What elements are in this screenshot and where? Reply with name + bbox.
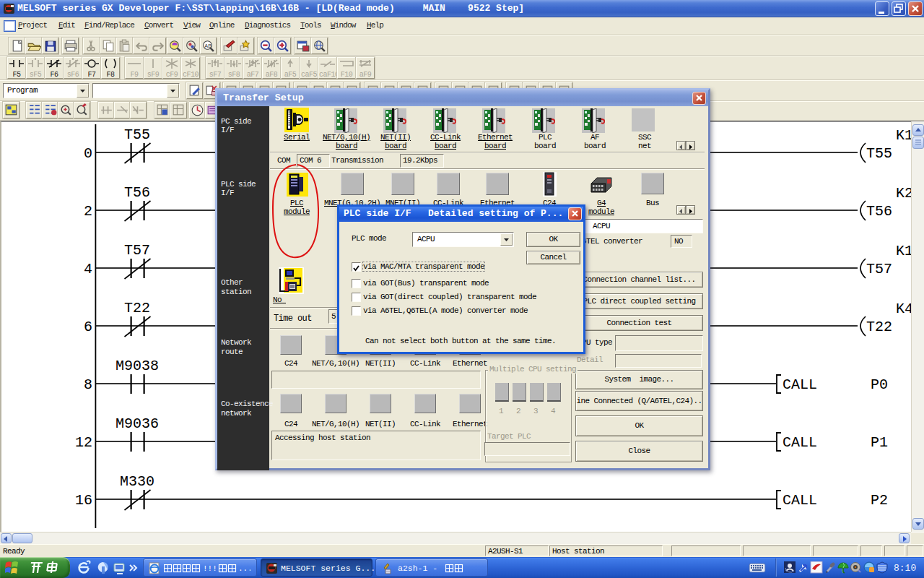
svg-text:P2: P2 [871, 492, 888, 509]
svg-text:T55: T55 [124, 126, 150, 143]
svg-text:2: 2 [84, 203, 92, 220]
svg-text:P1: P1 [871, 434, 888, 451]
svg-text:CALL: CALL [783, 492, 817, 509]
svg-text:T56: T56 [124, 184, 150, 201]
svg-text:4: 4 [84, 261, 92, 277]
svg-text:T57: T57 [866, 261, 892, 277]
svg-text:M9036: M9036 [116, 415, 159, 432]
svg-text:12: 12 [75, 434, 92, 451]
svg-text:M330: M330 [120, 473, 154, 490]
svg-text:CALL: CALL [783, 376, 817, 393]
svg-text:6: 6 [84, 319, 92, 335]
svg-text:T55: T55 [866, 145, 892, 162]
svg-text:T56: T56 [866, 203, 892, 220]
svg-text:0: 0 [84, 145, 92, 162]
svg-text:P0: P0 [871, 376, 888, 393]
svg-text:AB: AB [204, 43, 212, 49]
svg-text:CALL: CALL [783, 434, 817, 451]
svg-text:T22: T22 [866, 319, 892, 335]
svg-text:T22: T22 [124, 300, 150, 316]
svg-text:M9038: M9038 [116, 358, 159, 374]
svg-text:8: 8 [84, 376, 92, 393]
svg-text:!!!: !!! [203, 564, 217, 573]
svg-text:16: 16 [75, 492, 92, 509]
svg-text:T57: T57 [124, 242, 150, 259]
svg-text:...: ... [238, 564, 250, 573]
